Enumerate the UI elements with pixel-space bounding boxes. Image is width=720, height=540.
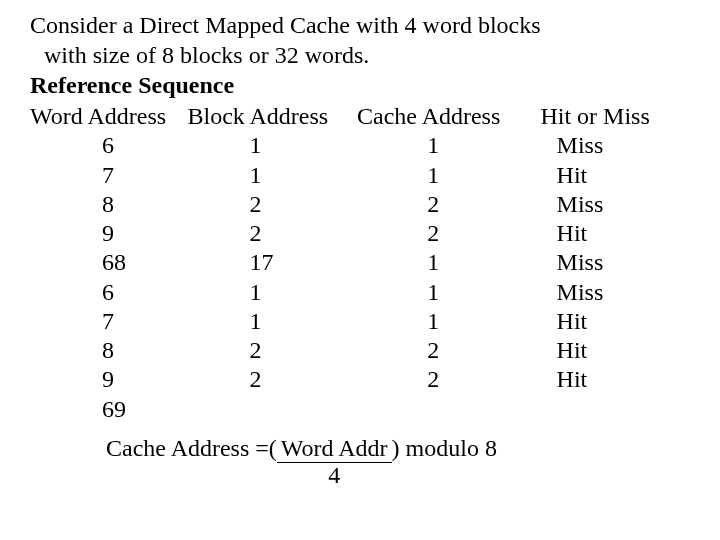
reference-sequence-heading: Reference Sequence	[30, 70, 690, 100]
cell-word: 7	[30, 307, 188, 336]
col-header-word: Word Address	[30, 102, 188, 131]
cell-hm: Hit	[541, 365, 690, 394]
cell-block: 2	[188, 365, 358, 394]
formula-denominator: 4	[277, 463, 392, 488]
cell-block: 1	[188, 131, 358, 160]
cell-word: 6	[30, 278, 188, 307]
formula-rhs: ) modulo 8	[392, 436, 497, 461]
cell-word: 9	[30, 219, 188, 248]
cell-hm: Miss	[541, 190, 690, 219]
reference-table: Word Address Block Address Cache Address…	[30, 102, 690, 424]
col-header-block: Block Address	[188, 102, 357, 131]
cell-hm: Hit	[541, 161, 690, 190]
cell-hm: Miss	[541, 131, 690, 160]
cell-block: 1	[188, 278, 358, 307]
formula-numerator: Word Addr	[277, 436, 392, 461]
cell-hm	[541, 395, 690, 424]
table-row: 8 2 2 Hit	[30, 336, 690, 365]
formula-block: Cache Address =( Word Addr 4 ) modulo 8	[30, 436, 690, 488]
cell-hm: Hit	[541, 336, 690, 365]
cell-block: 2	[188, 336, 358, 365]
col-header-cache: Cache Address	[357, 102, 540, 131]
table-row: 9 2 2 Hit	[30, 219, 690, 248]
cell-block: 17	[188, 248, 358, 277]
cell-cache: 2	[357, 336, 540, 365]
table-row: 69	[30, 395, 690, 424]
cell-word: 69	[30, 395, 188, 424]
cell-word: 68	[30, 248, 188, 277]
table-row: 9 2 2 Hit	[30, 365, 690, 394]
cell-hm: Miss	[541, 248, 690, 277]
cell-word: 7	[30, 161, 188, 190]
cell-cache: 2	[357, 219, 540, 248]
cell-block	[188, 395, 358, 424]
intro-block: Consider a Direct Mapped Cache with 4 wo…	[30, 10, 690, 100]
intro-line-2: with size of 8 blocks or 32 words.	[30, 40, 690, 70]
cell-cache: 1	[357, 161, 540, 190]
cell-cache	[357, 395, 540, 424]
cell-cache: 2	[357, 365, 540, 394]
table-row: 6 1 1 Miss	[30, 131, 690, 160]
cell-word: 8	[30, 336, 188, 365]
cell-cache: 1	[357, 131, 540, 160]
cell-cache: 1	[357, 278, 540, 307]
cell-cache: 2	[357, 190, 540, 219]
cell-word: 9	[30, 365, 188, 394]
cell-cache: 1	[357, 307, 540, 336]
cell-word: 6	[30, 131, 188, 160]
cell-hm: Hit	[541, 307, 690, 336]
table-header-row: Word Address Block Address Cache Address…	[30, 102, 690, 131]
cell-hm: Hit	[541, 219, 690, 248]
formula-lhs: Cache Address =(	[106, 436, 277, 461]
formula-fraction: Word Addr 4	[277, 436, 392, 488]
cell-hm: Miss	[541, 278, 690, 307]
cell-block: 2	[188, 190, 358, 219]
cell-cache: 1	[357, 248, 540, 277]
cell-word: 8	[30, 190, 188, 219]
table-row: 6 1 1 Miss	[30, 278, 690, 307]
cell-block: 1	[188, 307, 358, 336]
table-row: 7 1 1 Hit	[30, 307, 690, 336]
table-row: 68 17 1 Miss	[30, 248, 690, 277]
table-row: 8 2 2 Miss	[30, 190, 690, 219]
intro-line-1: Consider a Direct Mapped Cache with 4 wo…	[30, 10, 690, 40]
slide-content: Consider a Direct Mapped Cache with 4 wo…	[0, 0, 720, 488]
table-row: 7 1 1 Hit	[30, 161, 690, 190]
cell-block: 2	[188, 219, 358, 248]
col-header-hm: Hit or Miss	[540, 102, 690, 131]
cell-block: 1	[188, 161, 358, 190]
